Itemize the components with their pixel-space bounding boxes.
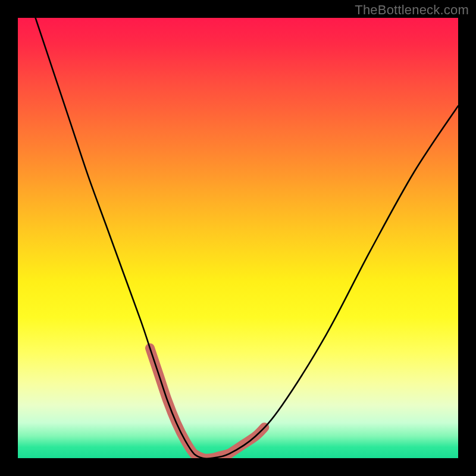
highlight-ascending — [229, 427, 264, 453]
chart-frame: TheBottleneck.com — [0, 0, 476, 476]
watermark-label: TheBottleneck.com — [355, 2, 469, 18]
plot-area — [18, 18, 458, 458]
highlight-descending — [150, 348, 203, 458]
chart-svg — [18, 18, 458, 458]
bottleneck-curve — [36, 18, 458, 458]
